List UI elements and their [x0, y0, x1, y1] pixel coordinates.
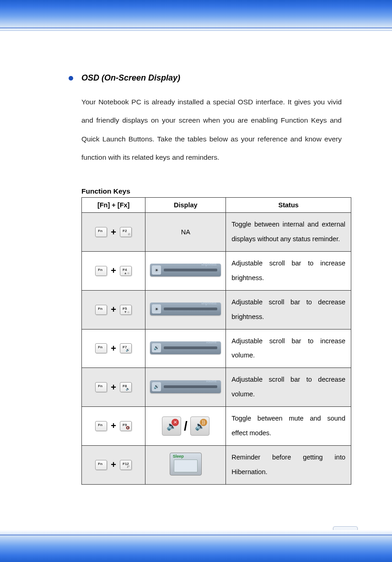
fx-keycap: F8🔉	[120, 382, 132, 392]
status-cell: Adjustable scroll bar to decrease volume…	[226, 368, 351, 407]
fn-keycap: Fn	[95, 382, 107, 392]
mute-badge-icon: ✕	[172, 419, 179, 426]
header-banner	[0, 0, 392, 32]
display-cell: ☀ Brightness	[145, 251, 226, 290]
osd-label: Volume	[206, 340, 216, 344]
sun-icon: ☀	[152, 304, 161, 313]
osd-track	[164, 269, 217, 271]
key-cell: Fn + F4▲☼	[82, 251, 145, 290]
display-cell: NA	[145, 213, 226, 252]
table-row: Fn + F2⎚ NA Toggle between internal and …	[82, 213, 351, 252]
section-description: Your Notebook PC is already installed a …	[81, 93, 342, 167]
table-row: Fn + F12zᶻ Sleep Reminder before getting…	[82, 445, 351, 484]
footer-banner	[0, 530, 392, 562]
osd-label: Brightness	[201, 263, 216, 266]
display-cell: 🔊 Volume	[145, 368, 226, 407]
table-row: Fn + F4▲☼ ☀ Brightness Adjustable scroll…	[82, 251, 351, 290]
speaker-muted-icon: 🔈✕	[162, 416, 181, 436]
header-display: Display	[145, 198, 226, 213]
fn-keycap: Fn	[95, 343, 107, 353]
sun-icon: ☀	[152, 265, 161, 275]
sleep-label: Sleep	[173, 454, 184, 459]
sleep-inner-icon	[174, 459, 198, 472]
osd-label: Brightness	[201, 302, 216, 305]
osd-label: Volume	[206, 379, 216, 383]
key-cell: Fn + F12zᶻ	[82, 445, 145, 484]
plus-icon: +	[111, 459, 116, 470]
header-divider	[0, 27, 392, 28]
sleep-reminder-icon: Sleep	[170, 453, 202, 476]
key-cell: Fn + F9🔇	[82, 407, 145, 446]
status-cell: Toggle between internal and external dis…	[226, 213, 351, 252]
plus-icon: +	[111, 227, 116, 238]
volume-bar-icon: 🔊 Volume	[150, 380, 221, 393]
section-title: OSD (On-Screen Display)	[81, 73, 180, 83]
table-row: Fn + F7🔊 🔊 Volume Adjustable scroll bar …	[82, 329, 351, 368]
status-cell: Adjustable scroll bar to increase volume…	[226, 329, 351, 368]
status-cell: Adjustable scroll bar to increase bright…	[226, 251, 351, 290]
fx-keycap: F7🔊	[120, 343, 132, 353]
section-header-row: OSD (On-Screen Display)	[69, 73, 342, 83]
fn-keycap: Fn	[95, 266, 107, 276]
fx-keycap: F12zᶻ	[120, 460, 132, 470]
plus-icon: +	[111, 265, 116, 276]
header-divider-thin	[0, 30, 392, 31]
table-row: Fn + F5▼☼ ☀ Brightness Adjustable scroll…	[82, 290, 351, 329]
fn-keycap: Fn	[95, 421, 107, 431]
key-cell: Fn + F8🔉	[82, 368, 145, 407]
display-cell: 🔈✕ / 🔈))	[145, 407, 226, 446]
mute-toggle-icons: 🔈✕ / 🔈))	[162, 416, 209, 436]
plus-icon: +	[111, 304, 116, 315]
footer-divider	[0, 535, 392, 535]
slash-separator: /	[184, 419, 188, 433]
table-heading: Function Keys	[81, 187, 342, 195]
fx-keycap: F5▼☼	[120, 305, 132, 315]
fn-keycap: Fn	[95, 227, 107, 237]
speaker-on-icon: 🔈))	[190, 416, 209, 436]
brightness-bar-icon: ☀ Brightness	[150, 264, 221, 276]
key-cell: Fn + F5▼☼	[82, 290, 145, 329]
fn-keycap: Fn	[95, 460, 107, 470]
osd-track	[164, 346, 217, 349]
header-status: Status	[226, 198, 351, 213]
fx-keycap: F2⎚	[120, 227, 132, 237]
status-cell: Reminder before getting into Hibernation…	[226, 445, 351, 484]
fn-keycap: Fn	[95, 305, 107, 315]
display-cell: ☀ Brightness	[145, 290, 226, 329]
speaker-icon: 🔊	[152, 343, 161, 352]
page-content: OSD (On-Screen Display) Your Notebook PC…	[0, 32, 392, 485]
display-cell: Sleep	[145, 445, 226, 484]
table-header-row: [Fn] + [Fx] Display Status	[82, 198, 351, 213]
function-keys-table: [Fn] + [Fx] Display Status Fn + F2⎚ NA T…	[81, 197, 351, 484]
speaker-icon: 🔊	[152, 382, 161, 391]
sound-badge-icon: ))	[200, 419, 207, 426]
header-fnfx: [Fn] + [Fx]	[82, 198, 145, 213]
table-row: Fn + F8🔉 🔊 Volume Adjustable scroll bar …	[82, 368, 351, 407]
fx-keycap: F9🔇	[120, 421, 132, 431]
fx-keycap: F4▲☼	[120, 266, 132, 276]
osd-track	[164, 385, 217, 388]
plus-icon: +	[111, 382, 116, 393]
status-cell: Adjustable scroll bar to decrease bright…	[226, 290, 351, 329]
plus-icon: +	[111, 421, 116, 431]
osd-track	[164, 308, 217, 310]
table-row: Fn + F9🔇 🔈✕ / 🔈)) Toggle between mute an…	[82, 407, 351, 446]
status-cell: Toggle between mute and sound effect mod…	[226, 407, 351, 446]
display-cell: 🔊 Volume	[145, 329, 226, 368]
bullet-icon	[69, 76, 73, 81]
plus-icon: +	[111, 343, 116, 354]
key-cell: Fn + F2⎚	[82, 213, 145, 252]
key-cell: Fn + F7🔊	[82, 329, 145, 368]
volume-bar-icon: 🔊 Volume	[150, 341, 221, 354]
brightness-bar-icon: ☀ Brightness	[150, 303, 221, 315]
